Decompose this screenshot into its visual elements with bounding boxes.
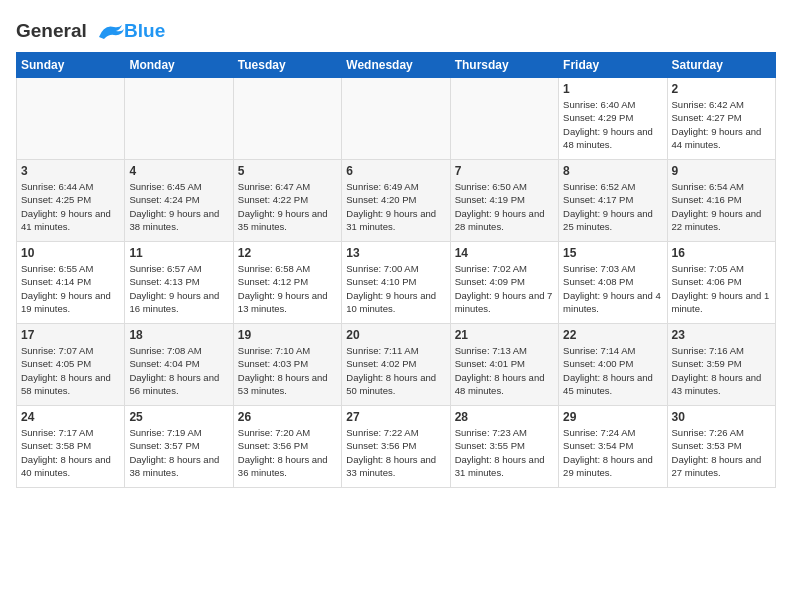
calendar-day-cell: 20Sunrise: 7:11 AMSunset: 4:02 PMDayligh… xyxy=(342,324,450,406)
calendar-day-cell: 1Sunrise: 6:40 AMSunset: 4:29 PMDaylight… xyxy=(559,78,667,160)
daylight-text: Daylight: 9 hours and 4 minutes. xyxy=(563,290,661,314)
day-info: Sunrise: 7:00 AMSunset: 4:10 PMDaylight:… xyxy=(346,262,445,315)
sunset-text: Sunset: 3:56 PM xyxy=(238,440,308,451)
sunset-text: Sunset: 4:06 PM xyxy=(672,276,742,287)
day-info: Sunrise: 6:54 AMSunset: 4:16 PMDaylight:… xyxy=(672,180,771,233)
sunset-text: Sunset: 4:03 PM xyxy=(238,358,308,369)
day-number: 11 xyxy=(129,246,228,260)
sunrise-text: Sunrise: 7:19 AM xyxy=(129,427,201,438)
day-number: 25 xyxy=(129,410,228,424)
calendar-week-row: 17Sunrise: 7:07 AMSunset: 4:05 PMDayligh… xyxy=(17,324,776,406)
sunrise-text: Sunrise: 6:45 AM xyxy=(129,181,201,192)
day-info: Sunrise: 6:50 AMSunset: 4:19 PMDaylight:… xyxy=(455,180,554,233)
day-info: Sunrise: 6:45 AMSunset: 4:24 PMDaylight:… xyxy=(129,180,228,233)
sunset-text: Sunset: 4:02 PM xyxy=(346,358,416,369)
sunset-text: Sunset: 4:27 PM xyxy=(672,112,742,123)
sunrise-text: Sunrise: 6:49 AM xyxy=(346,181,418,192)
daylight-text: Daylight: 9 hours and 10 minutes. xyxy=(346,290,436,314)
daylight-text: Daylight: 9 hours and 13 minutes. xyxy=(238,290,328,314)
calendar-week-row: 10Sunrise: 6:55 AMSunset: 4:14 PMDayligh… xyxy=(17,242,776,324)
calendar-table: Sunday Monday Tuesday Wednesday Thursday… xyxy=(16,52,776,488)
sunset-text: Sunset: 4:05 PM xyxy=(21,358,91,369)
sunrise-text: Sunrise: 6:52 AM xyxy=(563,181,635,192)
sunrise-text: Sunrise: 6:47 AM xyxy=(238,181,310,192)
calendar-day-cell: 28Sunrise: 7:23 AMSunset: 3:55 PMDayligh… xyxy=(450,406,558,488)
day-info: Sunrise: 6:52 AMSunset: 4:17 PMDaylight:… xyxy=(563,180,662,233)
day-info: Sunrise: 7:10 AMSunset: 4:03 PMDaylight:… xyxy=(238,344,337,397)
calendar-day-cell: 26Sunrise: 7:20 AMSunset: 3:56 PMDayligh… xyxy=(233,406,341,488)
sunset-text: Sunset: 4:22 PM xyxy=(238,194,308,205)
daylight-text: Daylight: 9 hours and 25 minutes. xyxy=(563,208,653,232)
calendar-day-cell: 12Sunrise: 6:58 AMSunset: 4:12 PMDayligh… xyxy=(233,242,341,324)
calendar-day-cell: 16Sunrise: 7:05 AMSunset: 4:06 PMDayligh… xyxy=(667,242,775,324)
day-number: 6 xyxy=(346,164,445,178)
daylight-text: Daylight: 8 hours and 48 minutes. xyxy=(455,372,545,396)
calendar-day-cell: 19Sunrise: 7:10 AMSunset: 4:03 PMDayligh… xyxy=(233,324,341,406)
sunset-text: Sunset: 3:57 PM xyxy=(129,440,199,451)
sunrise-text: Sunrise: 7:20 AM xyxy=(238,427,310,438)
sunrise-text: Sunrise: 6:58 AM xyxy=(238,263,310,274)
calendar-day-cell: 6Sunrise: 6:49 AMSunset: 4:20 PMDaylight… xyxy=(342,160,450,242)
sunset-text: Sunset: 3:58 PM xyxy=(21,440,91,451)
daylight-text: Daylight: 8 hours and 50 minutes. xyxy=(346,372,436,396)
sunrise-text: Sunrise: 7:24 AM xyxy=(563,427,635,438)
day-number: 16 xyxy=(672,246,771,260)
day-info: Sunrise: 7:20 AMSunset: 3:56 PMDaylight:… xyxy=(238,426,337,479)
day-number: 2 xyxy=(672,82,771,96)
day-info: Sunrise: 6:42 AMSunset: 4:27 PMDaylight:… xyxy=(672,98,771,151)
sunrise-text: Sunrise: 7:00 AM xyxy=(346,263,418,274)
day-info: Sunrise: 7:19 AMSunset: 3:57 PMDaylight:… xyxy=(129,426,228,479)
col-saturday: Saturday xyxy=(667,53,775,78)
daylight-text: Daylight: 8 hours and 29 minutes. xyxy=(563,454,653,478)
sunrise-text: Sunrise: 7:11 AM xyxy=(346,345,418,356)
sunrise-text: Sunrise: 6:54 AM xyxy=(672,181,744,192)
day-number: 24 xyxy=(21,410,120,424)
sunset-text: Sunset: 3:56 PM xyxy=(346,440,416,451)
daylight-text: Daylight: 8 hours and 58 minutes. xyxy=(21,372,111,396)
col-thursday: Thursday xyxy=(450,53,558,78)
calendar-day-cell: 8Sunrise: 6:52 AMSunset: 4:17 PMDaylight… xyxy=(559,160,667,242)
sunrise-text: Sunrise: 7:03 AM xyxy=(563,263,635,274)
col-sunday: Sunday xyxy=(17,53,125,78)
calendar-day-cell: 10Sunrise: 6:55 AMSunset: 4:14 PMDayligh… xyxy=(17,242,125,324)
sunset-text: Sunset: 4:29 PM xyxy=(563,112,633,123)
day-number: 23 xyxy=(672,328,771,342)
col-monday: Monday xyxy=(125,53,233,78)
sunrise-text: Sunrise: 6:55 AM xyxy=(21,263,93,274)
sunrise-text: Sunrise: 6:44 AM xyxy=(21,181,93,192)
day-info: Sunrise: 7:07 AMSunset: 4:05 PMDaylight:… xyxy=(21,344,120,397)
day-number: 21 xyxy=(455,328,554,342)
day-info: Sunrise: 7:11 AMSunset: 4:02 PMDaylight:… xyxy=(346,344,445,397)
sunset-text: Sunset: 4:08 PM xyxy=(563,276,633,287)
col-tuesday: Tuesday xyxy=(233,53,341,78)
daylight-text: Daylight: 9 hours and 22 minutes. xyxy=(672,208,762,232)
sunset-text: Sunset: 4:04 PM xyxy=(129,358,199,369)
day-number: 1 xyxy=(563,82,662,96)
day-number: 19 xyxy=(238,328,337,342)
day-info: Sunrise: 6:40 AMSunset: 4:29 PMDaylight:… xyxy=(563,98,662,151)
day-number: 8 xyxy=(563,164,662,178)
daylight-text: Daylight: 8 hours and 53 minutes. xyxy=(238,372,328,396)
calendar-week-row: 1Sunrise: 6:40 AMSunset: 4:29 PMDaylight… xyxy=(17,78,776,160)
calendar-day-cell xyxy=(17,78,125,160)
calendar-day-cell xyxy=(233,78,341,160)
calendar-day-cell: 22Sunrise: 7:14 AMSunset: 4:00 PMDayligh… xyxy=(559,324,667,406)
daylight-text: Daylight: 9 hours and 28 minutes. xyxy=(455,208,545,232)
day-info: Sunrise: 7:02 AMSunset: 4:09 PMDaylight:… xyxy=(455,262,554,315)
calendar-day-cell: 30Sunrise: 7:26 AMSunset: 3:53 PMDayligh… xyxy=(667,406,775,488)
day-number: 18 xyxy=(129,328,228,342)
day-info: Sunrise: 6:55 AMSunset: 4:14 PMDaylight:… xyxy=(21,262,120,315)
daylight-text: Daylight: 9 hours and 31 minutes. xyxy=(346,208,436,232)
sunset-text: Sunset: 4:01 PM xyxy=(455,358,525,369)
header: General Blue xyxy=(16,16,776,42)
day-info: Sunrise: 6:47 AMSunset: 4:22 PMDaylight:… xyxy=(238,180,337,233)
daylight-text: Daylight: 9 hours and 16 minutes. xyxy=(129,290,219,314)
daylight-text: Daylight: 8 hours and 40 minutes. xyxy=(21,454,111,478)
calendar-day-cell: 27Sunrise: 7:22 AMSunset: 3:56 PMDayligh… xyxy=(342,406,450,488)
day-number: 26 xyxy=(238,410,337,424)
day-info: Sunrise: 7:03 AMSunset: 4:08 PMDaylight:… xyxy=(563,262,662,315)
calendar-header-row: Sunday Monday Tuesday Wednesday Thursday… xyxy=(17,53,776,78)
calendar-week-row: 24Sunrise: 7:17 AMSunset: 3:58 PMDayligh… xyxy=(17,406,776,488)
daylight-text: Daylight: 8 hours and 56 minutes. xyxy=(129,372,219,396)
sunset-text: Sunset: 4:12 PM xyxy=(238,276,308,287)
